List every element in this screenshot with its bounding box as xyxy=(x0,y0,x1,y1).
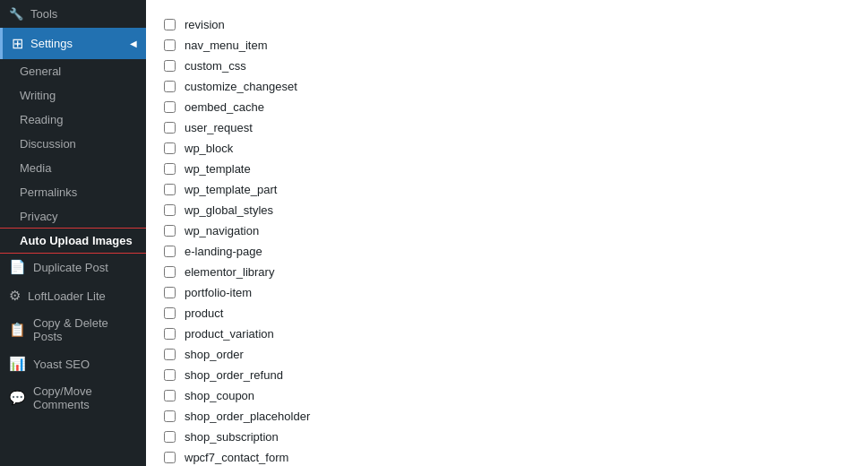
post-type-checkbox[interactable] xyxy=(164,431,176,443)
sidebar-item-privacy[interactable]: Privacy xyxy=(0,204,146,229)
sidebar-item-copy-delete-posts[interactable]: 📋 Copy & Delete Posts xyxy=(0,310,146,350)
post-type-checkbox[interactable] xyxy=(164,266,176,278)
sidebar: 🔧 Tools ⊞ Settings ◀ General Writing Rea… xyxy=(0,0,146,466)
post-type-checkbox[interactable] xyxy=(164,101,176,113)
yoast-label: Yoast SEO xyxy=(33,358,90,371)
post-type-checkbox[interactable] xyxy=(164,142,176,154)
list-item: wp_block xyxy=(164,138,850,159)
post-type-label: revision xyxy=(185,18,225,31)
tools-icon: 🔧 xyxy=(9,7,23,21)
post-type-checkbox[interactable] xyxy=(164,349,176,360)
post-type-label: nav_menu_item xyxy=(185,39,268,52)
post-type-checkbox[interactable] xyxy=(164,287,176,298)
post-type-label: shop_order_placeholder xyxy=(185,410,310,423)
post-type-label: shop_coupon xyxy=(185,389,254,402)
main-content: revisionnav_menu_itemcustom_csscustomize… xyxy=(146,0,868,466)
list-item: wp_template_part xyxy=(164,179,850,200)
sidebar-item-general[interactable]: General xyxy=(0,59,146,83)
post-type-checkbox[interactable] xyxy=(164,163,176,175)
post-type-checkbox[interactable] xyxy=(164,225,176,237)
copy-move-label: Copy/Move Comments xyxy=(33,384,137,411)
list-item: shop_coupon xyxy=(164,385,850,406)
post-type-label: oembed_cache xyxy=(185,100,264,114)
duplicate-post-icon: 📄 xyxy=(9,259,26,275)
sidebar-item-yoast-seo[interactable]: 📊 Yoast SEO xyxy=(0,350,146,378)
list-item: customize_changeset xyxy=(164,76,850,97)
post-types-checklist: revisionnav_menu_itemcustom_csscustomize… xyxy=(164,14,850,466)
post-type-checkbox[interactable] xyxy=(164,390,176,401)
copy-move-icon: 💬 xyxy=(9,390,26,406)
post-type-label: customize_changeset xyxy=(185,80,297,93)
list-item: product_variation xyxy=(164,324,850,344)
list-item: nav_menu_item xyxy=(164,35,850,56)
settings-label: Settings xyxy=(30,37,73,50)
post-type-label: custom_css xyxy=(185,59,246,73)
post-type-label: portfolio-item xyxy=(185,286,252,299)
sidebar-item-loftloader[interactable]: ⚙ LoftLoader Lite xyxy=(0,281,146,310)
list-item: shop_subscription xyxy=(164,427,850,447)
sidebar-item-permalinks[interactable]: Permalinks xyxy=(0,180,146,204)
post-type-checkbox[interactable] xyxy=(164,328,176,340)
sidebar-item-reading[interactable]: Reading xyxy=(0,108,146,132)
list-item: oembed_cache xyxy=(164,97,850,117)
post-type-label: user_request xyxy=(185,121,253,134)
post-type-checkbox[interactable] xyxy=(164,60,176,72)
list-item: product xyxy=(164,303,850,324)
post-type-label: wp_template_part xyxy=(185,183,277,196)
list-item: revision xyxy=(164,14,850,35)
list-item: wp_template xyxy=(164,159,850,179)
post-type-label: elementor_library xyxy=(185,265,274,279)
post-type-label: wp_template xyxy=(185,162,251,176)
settings-icon: ⊞ xyxy=(12,35,23,52)
post-type-label: wpcf7_contact_form xyxy=(185,451,288,464)
post-type-label: wp_global_styles xyxy=(185,203,273,217)
settings-arrow: ◀ xyxy=(130,39,137,48)
post-type-label: product_variation xyxy=(185,327,274,341)
post-type-label: wp_navigation xyxy=(185,224,259,237)
list-item: user_request xyxy=(164,117,850,138)
post-type-label: wp_block xyxy=(185,142,233,155)
sidebar-item-discussion[interactable]: Discussion xyxy=(0,132,146,156)
list-item: wpcf7_contact_form xyxy=(164,447,850,466)
sidebar-item-media[interactable]: Media xyxy=(0,156,146,180)
list-item: custom_css xyxy=(164,56,850,76)
list-item: shop_order_placeholder xyxy=(164,406,850,427)
list-item: wp_navigation xyxy=(164,220,850,241)
post-type-checkbox[interactable] xyxy=(164,39,176,51)
settings-submenu: General Writing Reading Discussion Media… xyxy=(0,59,146,253)
post-type-label: product xyxy=(185,306,223,320)
post-type-checkbox[interactable] xyxy=(164,19,176,30)
post-type-checkbox[interactable] xyxy=(164,184,176,195)
list-item: elementor_library xyxy=(164,262,850,282)
post-type-label: shop_subscription xyxy=(185,430,279,444)
sidebar-item-writing[interactable]: Writing xyxy=(0,83,146,108)
post-type-checkbox[interactable] xyxy=(164,246,176,257)
copy-delete-label: Copy & Delete Posts xyxy=(33,316,137,343)
post-type-checkbox[interactable] xyxy=(164,122,176,134)
copy-delete-icon: 📋 xyxy=(9,322,26,338)
list-item: shop_order xyxy=(164,344,850,365)
sidebar-item-settings[interactable]: ⊞ Settings ◀ xyxy=(0,28,146,59)
post-type-checkbox[interactable] xyxy=(164,81,176,92)
sidebar-item-auto-upload-images[interactable]: Auto Upload Images xyxy=(0,229,146,253)
yoast-icon: 📊 xyxy=(9,356,26,372)
post-type-checkbox[interactable] xyxy=(164,204,176,216)
post-type-label: shop_order_refund xyxy=(185,368,283,382)
list-item: e-landing-page xyxy=(164,241,850,262)
post-type-checkbox[interactable] xyxy=(164,307,176,319)
list-item: shop_order_refund xyxy=(164,365,850,385)
sidebar-item-duplicate-post[interactable]: 📄 Duplicate Post xyxy=(0,253,146,281)
tools-label: Tools xyxy=(30,7,57,21)
loftloader-label: LoftLoader Lite xyxy=(28,289,106,303)
post-type-checkbox[interactable] xyxy=(164,452,176,463)
sidebar-item-tools[interactable]: 🔧 Tools xyxy=(0,0,146,28)
duplicate-post-label: Duplicate Post xyxy=(33,261,108,274)
loftloader-icon: ⚙ xyxy=(9,288,21,304)
post-type-checkbox[interactable] xyxy=(164,369,176,381)
post-type-checkbox[interactable] xyxy=(164,410,176,422)
sidebar-item-copy-move-comments[interactable]: 💬 Copy/Move Comments xyxy=(0,378,146,418)
post-type-label: e-landing-page xyxy=(185,245,262,258)
list-item: wp_global_styles xyxy=(164,200,850,220)
post-type-label: shop_order xyxy=(185,348,244,361)
list-item: portfolio-item xyxy=(164,282,850,303)
